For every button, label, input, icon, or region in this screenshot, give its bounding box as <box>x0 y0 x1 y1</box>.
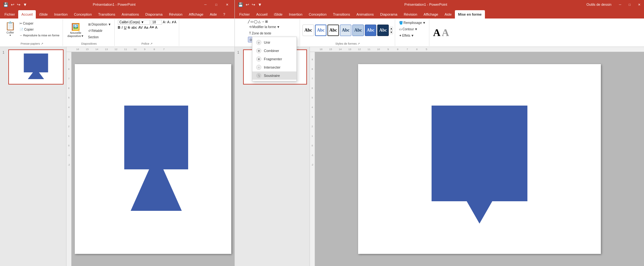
right-maximize-btn[interactable]: □ <box>625 0 634 9</box>
combiner-icon: ⊕ <box>256 48 261 53</box>
style-outline-dark[interactable]: Abc <box>327 25 339 36</box>
copier-btn[interactable]: 📄 Copier <box>18 26 61 32</box>
retablir-btn[interactable]: ↺ Rétablir <box>87 28 112 33</box>
italic-btn[interactable]: I <box>122 26 123 29</box>
left-quick-access: 💾 ↩ ↪ ▼ Présentation1 - PowerPoint ─ □ ✕ <box>0 0 234 9</box>
right-custom-icon[interactable]: ▼ <box>257 2 263 8</box>
tab-diaporama[interactable]: Diaporama <box>142 10 166 18</box>
right-slide-svg <box>358 64 601 254</box>
right-tab-transitions[interactable]: Transitions <box>330 10 353 18</box>
reproduire-btn[interactable]: ↔ Reproduire la mise en forme <box>18 33 61 38</box>
group-diapositives: 🖼️ Nouvelle diapositive▼ ⊞ Disposition ▼… <box>64 19 115 46</box>
minimize-btn[interactable]: ─ <box>201 0 210 9</box>
shape-tri-icon[interactable]: △ <box>258 20 261 23</box>
shape-more-icon[interactable]: ⊞ <box>265 20 268 23</box>
ruler-vertical-left: 9 8 7 6 5 4 3 2 1 0 -1 -2 <box>66 52 72 266</box>
text-a-italic-btn[interactable]: A <box>442 27 449 39</box>
spacing-btn[interactable]: AV <box>138 26 143 29</box>
right-tab-accueil[interactable]: Accueil <box>253 10 271 18</box>
shadow-btn[interactable]: abc <box>131 26 137 29</box>
right-tab-diaporama[interactable]: Diaporama <box>377 10 401 18</box>
style-filled-blue[interactable]: Abc <box>365 25 376 36</box>
disposition-btn[interactable]: ⊞ Disposition ▼ <box>87 21 112 27</box>
remplissage-btn[interactable]: 🪣 Remplissage ▼ <box>398 20 427 26</box>
font-decrease-btn[interactable]: A↓ <box>167 20 171 24</box>
tab-insertion[interactable]: Insertion <box>51 10 71 18</box>
shapes-row-1: ╱ ▭ ◯ △ → ⊞ <box>248 20 268 23</box>
bold-btn[interactable]: B <box>118 26 120 29</box>
presse-papiers-label: Presse-papiers ↗ <box>21 42 43 45</box>
right-tab-aide[interactable]: Aide <box>441 10 455 18</box>
maximize-btn[interactable]: □ <box>211 0 221 9</box>
font-family-input[interactable]: Calibri (Corps) ▼ <box>118 20 150 25</box>
font-color-btn[interactable]: A▾ <box>150 25 154 29</box>
strikethrough-btn[interactable]: S <box>128 26 130 29</box>
right-minimize-btn[interactable]: ─ <box>615 0 625 9</box>
nouvelle-diapositive-btn[interactable]: 🖼️ Nouvelle diapositive▼ <box>65 21 86 39</box>
menu-soustraire[interactable]: ∖ Soustraire <box>252 71 296 80</box>
menu-combiner[interactable]: ⊕ Combiner <box>252 47 296 55</box>
tab-revision[interactable]: Révision <box>166 10 186 18</box>
close-btn[interactable]: ✕ <box>222 0 232 9</box>
tab-conception[interactable]: Conception <box>71 10 95 18</box>
style-filled-light[interactable]: Abc <box>340 25 351 36</box>
left-panel: 💾 ↩ ↪ ▼ Présentation1 - PowerPoint ─ □ ✕… <box>0 0 235 266</box>
text-a-large-btn[interactable]: A <box>433 27 441 39</box>
ruler-vertical-right: 9 8 7 6 5 4 3 2 1 0 -1 -2 <box>310 52 315 266</box>
right-close-btn[interactable]: ✕ <box>634 0 644 9</box>
tab-aide[interactable]: Aide <box>207 10 220 18</box>
highlight-btn[interactable]: A <box>155 26 157 29</box>
right-tab-islide[interactable]: iSlide <box>271 10 286 18</box>
clear-format-btn[interactable]: ✗A <box>172 20 176 24</box>
shape-circle-icon[interactable]: ◯ <box>254 20 257 23</box>
menu-intersecter[interactable]: ∩ Intersecter <box>252 63 296 71</box>
underline-btn[interactable]: U <box>124 26 126 29</box>
style-plain[interactable]: Abc <box>303 25 314 36</box>
font-increase-btn[interactable]: A↑ <box>163 20 167 24</box>
slide-thumbnail-1[interactable] <box>8 49 64 85</box>
shape-rect-icon[interactable]: ▭ <box>250 20 253 23</box>
zone-de-texte-btn[interactable]: T Zone de texte <box>248 30 272 36</box>
style-down-btn[interactable]: ▼ <box>390 31 393 34</box>
tab-affichage[interactable]: Affichage <box>186 10 207 18</box>
right-tab-fichier[interactable]: Fichier <box>236 10 253 18</box>
contour-btn[interactable]: ▭ Contour ▼ <box>398 26 419 32</box>
section-btn[interactable]: Section <box>87 34 112 40</box>
right-tab-mise-en-forme[interactable]: Mise en forme <box>455 10 485 18</box>
right-tab-revision[interactable]: Révision <box>401 10 420 18</box>
couper-btn[interactable]: ✂ Couper <box>18 20 61 26</box>
slide-item-1: 1 <box>3 49 64 85</box>
left-slide-area <box>72 52 234 266</box>
modifier-forme-btn[interactable]: ⟲ Modifier la forme ▼ <box>248 24 281 30</box>
font-size-input[interactable]: 18 <box>151 20 162 25</box>
effets-btn[interactable]: ✦ Effets ▼ <box>398 33 415 38</box>
tab-help-icon[interactable]: ? <box>220 10 228 18</box>
right-tab-insertion[interactable]: Insertion <box>286 10 305 18</box>
menu-fragmenter[interactable]: ⊗ Fragmenter <box>252 55 296 63</box>
case-btn[interactable]: Aa <box>144 26 148 29</box>
menu-unir[interactable]: ∪ Unir <box>252 38 296 47</box>
tab-fichier[interactable]: Fichier <box>1 10 18 18</box>
right-save-icon[interactable]: 💾 <box>237 2 244 8</box>
tab-accueil[interactable]: Accueil <box>18 10 36 18</box>
style-filled-dark2[interactable]: Abc <box>377 25 389 36</box>
outils-de-dessin-label: Outils de dessin <box>586 3 615 6</box>
undo-icon[interactable]: ↩ <box>10 2 15 8</box>
style-up-btn[interactable]: ▲ <box>390 27 393 30</box>
right-undo-icon[interactable]: ↩ <box>245 2 250 8</box>
right-tab-conception[interactable]: Conception <box>306 10 330 18</box>
right-tab-animations[interactable]: Animations <box>353 10 377 18</box>
style-outline-blue[interactable]: Abc <box>315 25 326 36</box>
tab-islide[interactable]: iSlide <box>36 10 51 18</box>
right-tab-affichage[interactable]: Affichage <box>420 10 441 18</box>
shape-arrow-icon[interactable]: → <box>261 20 264 23</box>
tab-animations[interactable]: Animations <box>119 10 142 18</box>
tab-transitions[interactable]: Transitions <box>95 10 118 18</box>
style-filled-mid[interactable]: Abc <box>352 25 364 36</box>
redo-icon[interactable]: ↪ <box>16 2 21 8</box>
coller-btn[interactable]: 📋 Coller ▼ <box>3 20 17 38</box>
save-icon[interactable]: 💾 <box>3 2 9 8</box>
right-redo-icon[interactable]: ↪ <box>251 2 256 8</box>
custom-icon[interactable]: ▼ <box>22 2 28 8</box>
shape-line-icon[interactable]: ╱ <box>248 20 250 23</box>
